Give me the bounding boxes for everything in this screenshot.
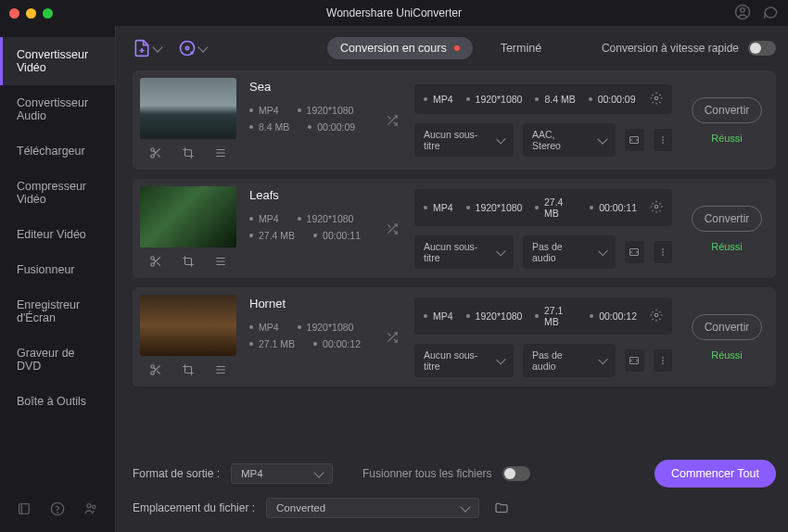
gear-icon[interactable]: [650, 92, 663, 107]
thumbnail[interactable]: [140, 78, 236, 139]
audio-select[interactable]: AAC, Stereo: [523, 123, 616, 157]
titlebar: Wondershare UniConverter: [0, 0, 788, 26]
svg-point-10: [151, 155, 155, 158]
sidebar-item-7[interactable]: Graveur de DVD: [0, 336, 115, 384]
maximize-window[interactable]: [43, 8, 53, 19]
svg-point-21: [662, 248, 663, 249]
output-info-box: MP4 1920*1080 8.4 MB 00:00:09: [414, 84, 672, 114]
tutorial-icon[interactable]: [17, 501, 32, 519]
speed-toggle[interactable]: [748, 41, 776, 56]
start-all-button[interactable]: Commencer Tout: [655, 460, 776, 488]
recording-dot-icon: [454, 45, 460, 51]
output-format-label: Format de sortie :: [133, 467, 220, 480]
location-select[interactable]: Converted: [266, 498, 479, 518]
tab-1[interactable]: Terminé: [488, 37, 554, 59]
shuffle-icon: [383, 78, 401, 162]
more-icon[interactable]: [654, 349, 673, 372]
chevron-down-icon: [197, 42, 208, 52]
expand-icon[interactable]: [625, 241, 644, 263]
svg-point-23: [151, 365, 155, 369]
svg-point-5: [87, 504, 91, 508]
item-title: Hornet: [249, 297, 370, 310]
trim-icon[interactable]: [149, 363, 162, 379]
open-folder-button[interactable]: [490, 497, 513, 519]
svg-point-13: [662, 139, 663, 140]
crop-icon[interactable]: [182, 146, 195, 162]
audio-select[interactable]: Pas de audio: [523, 235, 616, 269]
shuffle-icon: [383, 186, 401, 271]
svg-point-15: [662, 142, 663, 143]
item-title: Sea: [249, 80, 370, 94]
svg-point-6: [93, 505, 95, 508]
video-item-1: Leafs MP4 1920*1080 27.4 MB 00:00:11 MP4…: [133, 179, 776, 278]
output-info-box: MP4 1920*1080 27.4 MB 00:00:11: [414, 189, 672, 226]
svg-point-24: [151, 372, 155, 375]
sidebar-item-6[interactable]: Enregistreur d'Écran: [0, 287, 115, 336]
crop-icon[interactable]: [182, 363, 195, 379]
sidebar-item-8[interactable]: Boîte à Outils: [0, 384, 115, 419]
add-dvd-button[interactable]: [178, 39, 207, 57]
location-label: Emplacement du fichier :: [133, 501, 255, 514]
status-label: Réussi: [711, 133, 743, 144]
minimize-window[interactable]: [26, 8, 36, 19]
more-icon[interactable]: [654, 241, 673, 263]
toolbar: Conversion en coursTerminé Conversion à …: [116, 26, 788, 70]
svg-point-25: [655, 313, 658, 317]
merge-toggle[interactable]: [502, 466, 530, 481]
svg-point-1: [741, 7, 745, 12]
tab-0[interactable]: Conversion en cours: [327, 37, 473, 59]
close-window[interactable]: [9, 8, 19, 19]
expand-icon[interactable]: [625, 349, 644, 372]
sidebar-item-1[interactable]: Convertisseur Audio: [0, 85, 115, 133]
output-info-box: MP4 1920*1080 27.1 MB 00:00:12: [414, 298, 672, 335]
sidebar-item-2[interactable]: Téléchargeur: [0, 133, 115, 169]
help-icon[interactable]: [50, 501, 65, 519]
convert-button[interactable]: Convertir: [692, 97, 762, 123]
svg-point-22: [662, 254, 663, 255]
effects-icon[interactable]: [214, 363, 227, 379]
svg-point-4: [57, 513, 58, 513]
subtitle-select[interactable]: Aucun sous-titre: [414, 123, 514, 157]
account-icon[interactable]: [734, 4, 751, 23]
add-file-button[interactable]: [133, 39, 161, 57]
sidebar-item-4[interactable]: Editeur Vidéo: [0, 217, 115, 252]
svg-point-28: [662, 357, 663, 358]
app-title: Wondershare UniConverter: [326, 6, 462, 19]
video-item-2: Hornet MP4 1920*1080 27.1 MB 00:00:12 MP…: [133, 287, 776, 386]
svg-point-20: [662, 251, 663, 252]
thumbnail[interactable]: [140, 295, 236, 356]
crop-icon[interactable]: [182, 255, 195, 271]
audio-select[interactable]: Pas de audio: [523, 344, 616, 377]
more-icon[interactable]: [654, 129, 673, 151]
status-label: Réussi: [711, 241, 743, 252]
svg-point-11: [655, 96, 658, 100]
sidebar-item-5[interactable]: Fusionneur: [0, 252, 115, 287]
convert-button[interactable]: Convertir: [692, 206, 762, 232]
feedback-icon[interactable]: [762, 4, 779, 23]
trim-icon[interactable]: [149, 255, 162, 271]
gear-icon[interactable]: [650, 309, 663, 323]
trim-icon[interactable]: [149, 146, 162, 162]
chevron-down-icon: [152, 42, 162, 52]
effects-icon[interactable]: [214, 146, 227, 162]
community-icon[interactable]: [83, 501, 98, 519]
item-title: Leafs: [249, 188, 370, 202]
effects-icon[interactable]: [214, 255, 227, 271]
svg-rect-2: [19, 504, 30, 514]
speed-label: Conversion à vitesse rapide: [602, 42, 739, 55]
convert-button[interactable]: Convertir: [692, 314, 762, 340]
subtitle-select[interactable]: Aucun sous-titre: [414, 344, 514, 377]
subtitle-select[interactable]: Aucun sous-titre: [414, 235, 514, 269]
shuffle-icon: [383, 295, 401, 379]
svg-point-8: [185, 46, 188, 49]
chevron-down-icon: [313, 467, 324, 477]
expand-icon[interactable]: [625, 129, 644, 151]
svg-point-27: [662, 360, 663, 361]
thumbnail[interactable]: [140, 186, 236, 247]
sidebar-item-3[interactable]: Compresseur Vidéo: [0, 169, 115, 217]
gear-icon[interactable]: [650, 200, 663, 215]
output-format-select[interactable]: MP4: [231, 463, 333, 484]
sidebar-item-0[interactable]: Convertisseur Vidéo: [0, 37, 115, 85]
chevron-down-icon: [460, 501, 470, 512]
merge-label: Fusionner tous les fichiers: [362, 467, 491, 480]
